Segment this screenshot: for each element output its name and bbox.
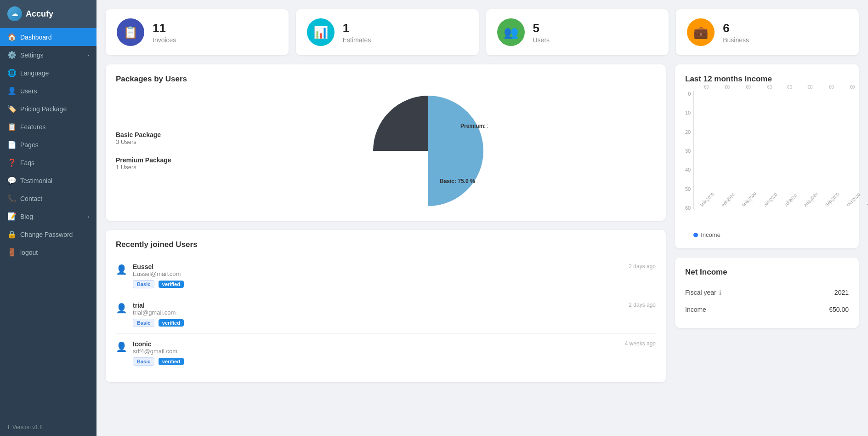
sidebar-item-change-password[interactable]: 🔒 Change Password [0,225,96,243]
sidebar-item-settings[interactable]: ⚙️ Settings › [0,46,96,64]
fiscal-year-value: 2021 [834,289,849,296]
sidebar-label-features: Features [20,123,45,131]
user-email: sdf4@gmail.com [133,348,619,355]
y-label: 30 [685,148,691,154]
user-info: Eussel Eussel@mail.com Basic verified [133,263,623,288]
sidebar-item-blog[interactable]: 📝 Blog › [0,207,96,225]
stat-card-users: 👥 5 Users [486,9,669,55]
language-icon: 🌐 [7,69,16,77]
estimates-info: 1 Estimates [343,21,371,44]
sidebar-item-dashboard[interactable]: 🏠 Dashboard [0,28,96,46]
sidebar-label-language: Language [20,69,49,77]
chevron-icon: › [87,214,89,219]
svg-text:Basic: 75.0 %: Basic: 75.0 % [440,178,475,184]
chart-legend: Income [693,231,868,238]
bar-col-May-2020: €0 May 2020 [738,91,760,209]
bar-col-Aug-2020: €0 Aug 2020 [799,91,821,209]
sidebar-label-faqs: Faqs [20,159,34,166]
main-content: 📋 11 Invoices 📊 1 Estimates 👥 5 Users 💼 … [96,0,868,436]
bar-month-label: Aug 2020 [803,192,818,207]
sidebar-label-logout: logout [20,249,38,256]
badge-plan: Basic [133,319,154,327]
user-name: trial [133,302,623,309]
logout-icon: 🚪 [7,248,16,257]
sidebar-item-language[interactable]: 🌐 Language [0,64,96,82]
blog-icon: 📝 [7,212,16,221]
dashboard-icon: 🏠 [7,33,16,41]
badge-verified: verified [159,358,184,365]
fiscal-year-label: Fiscal year [685,289,716,296]
recent-users-title: Recently joined Users [116,240,656,249]
legend-dot-income [693,233,698,237]
user-row: 👤 Eussel Eussel@mail.com Basic verified … [116,257,656,295]
bar-col-Jul-2020: €0 Jul 2020 [780,91,799,209]
sidebar-label-pages: Pages [20,141,39,149]
user-avatar-icon: 👤 [116,264,127,275]
users-info: 5 Users [533,21,550,44]
user-avatar-icon: 👤 [116,341,127,352]
sidebar-label-contact: Contact [20,195,42,202]
income-label: Income [685,306,706,313]
bar-chart-body: €0 Mar 2020 €0 Apr 2020 €0 May 2020 €0 J… [693,91,868,209]
bar-month-label: Jun 2020 [763,192,778,207]
faqs-icon: ❓ [7,158,16,167]
users-num: 5 [533,21,550,35]
sidebar-item-users[interactable]: 👤 Users [0,82,96,100]
logo-icon: ☁ [7,6,22,21]
sidebar-item-pricing-package[interactable]: 🏷️ Pricing Package [0,100,96,118]
y-label: 10 [685,110,691,115]
bar-col-Oct-2020: €0 Oct 2020 [842,91,863,209]
sidebar-label-settings: Settings [20,52,44,59]
bar-col-Jun-2020: €0 Jun 2020 [759,91,780,209]
bar-col-Mar-2020: €0 Mar 2020 [696,91,717,209]
user-name: Eussel [133,263,623,270]
sidebar-label-change-password: Change Password [20,231,73,238]
bar-month-label: Mar 2020 [699,192,715,207]
legend-item-premium-package: Premium Package 1 Users [116,156,189,171]
sidebar-label-dashboard: Dashboard [20,34,52,41]
user-row: 👤 Iconic sdf4@gmail.com Basic verified 4… [116,334,656,372]
features-icon: 📋 [7,122,16,131]
income-chart-title: Last 12 months Income [685,75,849,84]
stats-row: 📋 11 Invoices 📊 1 Estimates 👥 5 Users 💼 … [106,9,859,55]
sidebar-item-faqs[interactable]: ❓ Faqs [0,154,96,172]
invoices-icon: 📋 [117,18,144,46]
estimates-label: Estimates [343,36,371,44]
badge-verified: verified [159,281,184,288]
y-label: 60 [685,205,691,211]
bar-col-Sep-2020: €0 Sep 2020 [821,91,842,209]
chevron-icon: › [87,52,89,58]
packages-title: Packages by Users [116,75,656,84]
net-income-title: Net Income [685,268,849,277]
logo-text: Accufy [26,9,53,19]
y-axis-labels: 6050403020100 [685,91,693,211]
sidebar-item-testimonial[interactable]: 💬 Testimonial [0,172,96,189]
badge-verified: verified [159,319,184,327]
sidebar-label-pricing-package: Pricing Package [20,105,67,113]
bar-month-label: Sep 2020 [824,192,840,207]
user-name: Iconic [133,340,619,348]
invoices-num: 11 [153,21,176,35]
y-label: 20 [685,129,691,135]
user-avatar-icon: 👤 [116,303,127,314]
nav-list: 🏠 Dashboard ⚙️ Settings › 🌐 Language 👤 U… [0,28,96,261]
pricing-package-icon: 🏷️ [7,104,16,113]
sidebar-item-pages[interactable]: 📄 Pages [0,136,96,154]
badge-plan: Basic [133,280,154,288]
sidebar-label-users: Users [20,87,37,95]
sidebar-item-contact[interactable]: 📞 Contact [0,189,96,207]
legend-item-basic-package: Basic Package 3 Users [116,131,189,145]
sidebar-item-logout[interactable]: 🚪 logout [0,243,96,261]
user-list: 👤 Eussel Eussel@mail.com Basic verified … [116,257,656,372]
sidebar-item-features[interactable]: 📋 Features [0,118,96,136]
stat-card-business: 💼 6 Business [676,9,859,55]
income-value: €50.00 [829,306,849,313]
user-info: trial trial@gmail.com Basic verified [133,302,623,327]
fiscal-year-row: Fiscal year ℹ 2021 [685,284,849,301]
badge-plan: Basic [133,357,154,366]
business-label: Business [723,36,749,44]
bar-col-Nov-2020: €0 Nov 2020 [862,91,868,209]
sidebar-label-blog: Blog [20,213,33,220]
svg-text:Premium: 25.0 %: Premium: 25.0 % [460,123,488,129]
change-password-icon: 🔒 [7,230,16,239]
